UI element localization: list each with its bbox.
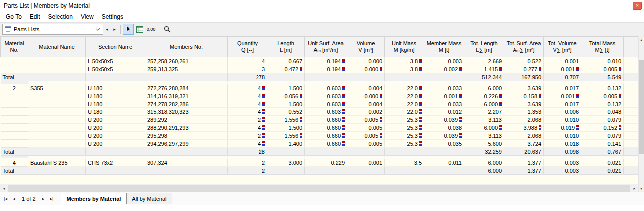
value-cell[interactable]: 2.669 (464, 57, 504, 65)
value-cell[interactable]: 2 (228, 159, 267, 167)
value-cell[interactable]: 0.038 (424, 124, 464, 132)
section-name-cell[interactable]: U 180 (86, 84, 145, 92)
value-cell[interactable]: 0.079 (581, 116, 624, 124)
section-name-cell[interactable]: L 50x50x5 (86, 57, 145, 65)
value-cell[interactable]: 1.556 (267, 132, 305, 140)
value-cell[interactable]: 1.500 (267, 84, 305, 92)
value-cell[interactable]: 25.3 (385, 132, 424, 140)
members-no-cell[interactable]: 274,278,282,286 (145, 100, 228, 108)
value-cell[interactable]: 0.472 (267, 65, 305, 73)
extreme-value-marker[interactable] (262, 125, 265, 130)
value-cell[interactable]: 0.603 (305, 108, 347, 116)
members-no-cell[interactable]: 257,258,260,261 (145, 57, 228, 65)
extreme-value-marker[interactable] (342, 117, 345, 122)
section-name-cell[interactable]: U 180 (86, 108, 145, 116)
value-cell[interactable]: 512.344 (464, 73, 504, 81)
value-cell[interactable] (145, 73, 228, 81)
value-cell[interactable] (267, 73, 305, 81)
value-cell[interactable] (86, 167, 145, 175)
material-name-cell[interactable] (28, 108, 86, 116)
value-cell[interactable] (305, 148, 347, 156)
value-cell[interactable]: 0.001 (544, 57, 581, 65)
extreme-value-marker[interactable] (419, 141, 422, 146)
value-cell[interactable]: 0.010 (544, 116, 581, 124)
section-name-cell[interactable]: U 200 (86, 132, 145, 140)
nav-back-button[interactable]: ◂ (103, 24, 111, 35)
material-name-cell[interactable] (28, 92, 86, 100)
value-cell[interactable]: 0.006 (544, 108, 581, 116)
value-cell[interactable]: 6.000 (464, 167, 504, 175)
pager-prev-button[interactable]: ◂ (10, 194, 18, 204)
material-no-cell[interactable] (1, 57, 28, 65)
value-cell[interactable] (28, 167, 86, 175)
value-cell[interactable]: 3.724 (504, 140, 544, 148)
material-name-cell[interactable] (28, 57, 86, 65)
value-cell[interactable]: 0.017 (544, 84, 581, 92)
value-cell[interactable]: 278 (228, 73, 267, 81)
value-cell[interactable] (86, 148, 145, 156)
value-cell[interactable]: 3 (228, 65, 267, 73)
scroll-right-button[interactable]: ▸ (631, 184, 638, 193)
extreme-value-marker[interactable] (342, 133, 345, 138)
value-cell[interactable]: 4 (228, 140, 267, 148)
value-cell[interactable]: 0.039 (424, 116, 464, 124)
value-cell[interactable]: 0.001 (544, 92, 581, 100)
value-cell[interactable]: 28 (228, 148, 267, 156)
value-cell[interactable]: 0.039 (424, 132, 464, 140)
section-name-cell[interactable]: U 180 (86, 100, 145, 108)
material-no-cell[interactable] (1, 65, 28, 73)
extreme-value-marker[interactable] (619, 125, 621, 130)
menu-selection[interactable]: Selection (44, 12, 77, 21)
value-cell[interactable]: 0.002 (347, 108, 385, 116)
value-cell[interactable]: 2.068 (504, 116, 544, 124)
value-cell[interactable]: 6.000 (464, 159, 504, 167)
value-cell[interactable]: 25.3 (385, 116, 424, 124)
menu-view[interactable]: View (77, 12, 98, 21)
decimal-places-button[interactable]: 0,00 (145, 24, 157, 35)
menu-go-to[interactable]: Go To (2, 12, 26, 21)
extreme-value-marker[interactable] (576, 125, 579, 130)
value-cell[interactable]: 0.522 (504, 57, 544, 65)
menu-edit[interactable]: Edit (26, 12, 44, 21)
section-name-cell[interactable]: U 200 (86, 116, 145, 124)
value-cell[interactable]: 4 (228, 84, 267, 92)
value-cell[interactable]: 0.005 (347, 132, 385, 140)
search-button[interactable] (161, 24, 173, 35)
value-cell[interactable]: 0.152 (581, 124, 624, 132)
pager-first-button[interactable]: |◂ (1, 194, 10, 204)
value-cell[interactable]: 20.637 (504, 148, 544, 156)
vertical-scrollbar[interactable]: ▲ ▼ (638, 36, 644, 192)
value-cell[interactable] (28, 73, 86, 81)
value-cell[interactable]: 0.005 (581, 65, 624, 73)
value-cell[interactable]: 0.056 (267, 92, 305, 100)
value-cell[interactable]: 0.019 (544, 124, 581, 132)
extreme-value-marker[interactable] (499, 102, 502, 106)
parts-lists-combo[interactable]: Parts Lists (2, 24, 103, 35)
value-cell[interactable]: 5.600 (464, 140, 504, 148)
value-cell[interactable] (305, 73, 347, 81)
value-cell[interactable]: 0.603 (305, 92, 347, 100)
horizontal-scrollbar[interactable]: ◂ ▸ (0, 184, 638, 192)
value-cell[interactable]: 0.132 (581, 84, 624, 92)
value-cell[interactable]: 2.068 (504, 132, 544, 140)
value-cell[interactable] (424, 148, 464, 156)
value-cell[interactable]: 0.229 (305, 159, 347, 167)
extreme-value-marker[interactable] (499, 94, 502, 98)
vertical-scroll-thumb[interactable] (639, 60, 644, 154)
value-cell[interactable]: 0.079 (581, 132, 624, 140)
value-cell[interactable]: 0.018 (544, 140, 581, 148)
material-no-cell[interactable] (1, 132, 28, 140)
value-cell[interactable]: 6.000 (464, 124, 504, 132)
material-no-cell[interactable] (1, 116, 28, 124)
value-cell[interactable] (305, 167, 347, 175)
value-cell[interactable]: 0.158 (504, 92, 544, 100)
extreme-value-marker[interactable] (380, 67, 382, 71)
extreme-value-marker[interactable] (342, 86, 345, 90)
extreme-value-marker[interactable] (499, 67, 502, 71)
section-name-cell[interactable]: U 200 (86, 140, 145, 148)
value-cell[interactable]: 0.098 (544, 148, 581, 156)
material-name-cell[interactable]: Baustahl S 235 (28, 159, 86, 167)
value-cell[interactable] (385, 167, 424, 175)
value-cell[interactable]: 0.660 (305, 124, 347, 132)
section-name-cell[interactable]: CHS 73x2 (86, 159, 145, 167)
